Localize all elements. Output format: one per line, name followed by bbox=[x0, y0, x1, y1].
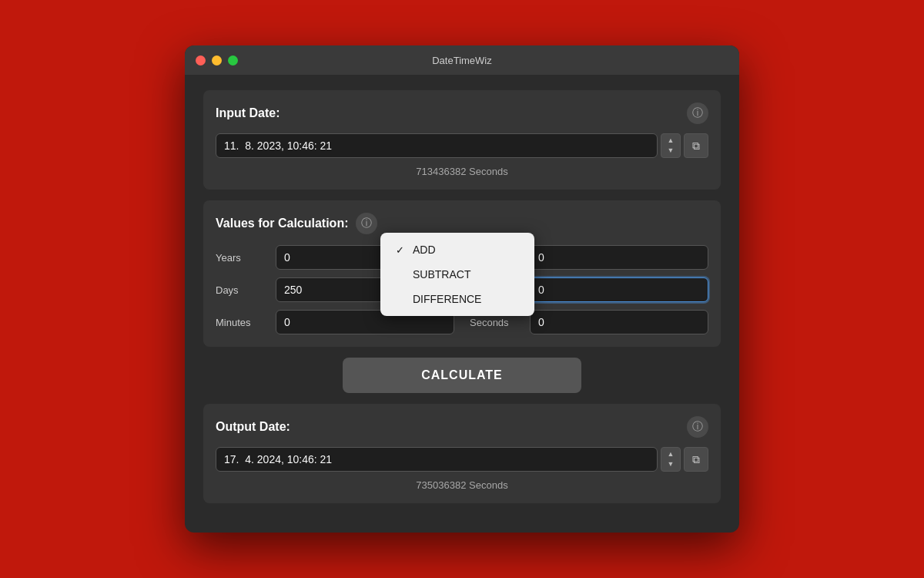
operation-title: Values for Calculation: bbox=[216, 217, 348, 230]
output-seconds-display: 735036382 Seconds bbox=[216, 479, 708, 491]
dropdown-add-label: ADD bbox=[413, 244, 436, 256]
years-label: Years bbox=[216, 252, 270, 264]
app-window: DateTimeWiz Input Date: ⓘ ▲ ▼ ⧉ 71343 bbox=[185, 45, 739, 533]
seconds-input[interactable] bbox=[530, 310, 708, 334]
stepper-down-icon: ▼ bbox=[668, 147, 675, 154]
output-date-header: Output Date: ⓘ bbox=[216, 416, 708, 438]
output-date-stepper[interactable]: ▲ ▼ bbox=[661, 447, 681, 472]
copy-icon: ⧉ bbox=[692, 139, 700, 153]
info-icon-2: ⓘ bbox=[361, 217, 372, 230]
input-date-copy-button[interactable]: ⧉ bbox=[684, 133, 708, 158]
input-seconds-display: 713436382 Seconds bbox=[216, 166, 708, 177]
dropdown-option-difference[interactable]: DIFFERENCE bbox=[380, 287, 534, 311]
output-date-section: Output Date: ⓘ ▲ ▼ ⧉ 735036382 Seconds bbox=[203, 404, 721, 503]
operation-dropdown-popup: ✓ ADD SUBTRACT DIFFERENCE bbox=[380, 233, 534, 316]
dropdown-option-subtract[interactable]: SUBTRACT bbox=[380, 262, 534, 287]
input-date-info-button[interactable]: ⓘ bbox=[687, 102, 708, 124]
minutes-label: Minutes bbox=[216, 317, 270, 328]
months-input[interactable] bbox=[530, 245, 708, 270]
dropdown-difference-label: DIFFERENCE bbox=[413, 293, 481, 305]
info-icon: ⓘ bbox=[692, 106, 703, 120]
output-date-copy-button[interactable]: ⧉ bbox=[684, 447, 708, 472]
operation-section: Values for Calculation: ⓘ ✓ ADD SUBTRACT… bbox=[203, 200, 721, 347]
input-date-row: ▲ ▼ ⧉ bbox=[216, 133, 708, 158]
input-date-header: Input Date: ⓘ bbox=[216, 102, 708, 124]
checkmark-icon: ✓ bbox=[396, 244, 408, 256]
output-date-title: Output Date: bbox=[216, 420, 290, 434]
dropdown-subtract-label: SUBTRACT bbox=[413, 268, 470, 281]
stepper-up-icon-2: ▲ bbox=[668, 451, 675, 458]
minimize-button[interactable] bbox=[212, 55, 222, 66]
output-date-row: ▲ ▼ ⧉ bbox=[216, 447, 708, 472]
close-button[interactable] bbox=[196, 55, 206, 66]
input-date-field[interactable] bbox=[216, 133, 658, 158]
dropdown-option-add[interactable]: ✓ ADD bbox=[380, 237, 534, 262]
title-bar: DateTimeWiz bbox=[185, 45, 739, 75]
traffic-lights bbox=[196, 55, 238, 66]
operation-header: Values for Calculation: ⓘ bbox=[216, 213, 708, 234]
days-label: Days bbox=[216, 284, 270, 296]
seconds-label: Seconds bbox=[470, 317, 524, 328]
info-icon-3: ⓘ bbox=[692, 420, 703, 434]
stepper-up-icon: ▲ bbox=[668, 137, 675, 144]
maximize-button[interactable] bbox=[228, 55, 238, 66]
stepper-down-icon-2: ▼ bbox=[668, 461, 675, 468]
window-title: DateTimeWiz bbox=[432, 55, 492, 66]
calculate-button[interactable]: CALCULATE bbox=[343, 358, 581, 393]
input-date-section: Input Date: ⓘ ▲ ▼ ⧉ 713436382 Seconds bbox=[203, 90, 721, 190]
input-date-title: Input Date: bbox=[216, 106, 280, 120]
input-date-stepper[interactable]: ▲ ▼ bbox=[661, 133, 681, 158]
hours-input[interactable] bbox=[530, 277, 708, 302]
output-date-info-button[interactable]: ⓘ bbox=[687, 416, 708, 438]
window-content: Input Date: ⓘ ▲ ▼ ⧉ 713436382 Seconds V bbox=[185, 75, 739, 533]
operation-info-button[interactable]: ⓘ bbox=[356, 213, 377, 234]
copy-icon-2: ⧉ bbox=[692, 453, 700, 466]
output-date-field[interactable] bbox=[216, 447, 658, 472]
